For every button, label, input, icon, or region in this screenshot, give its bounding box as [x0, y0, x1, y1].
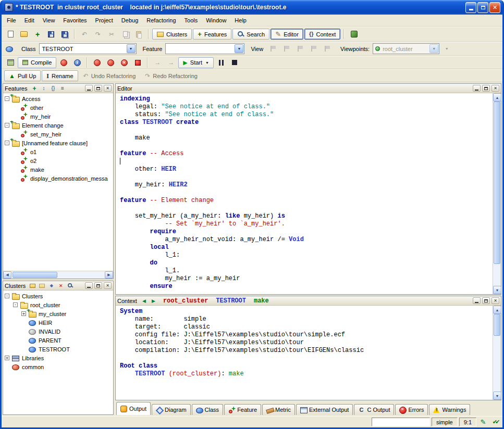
cluster-tree-item[interactable]: HEIR — [3, 318, 113, 327]
feature-tree-item[interactable]: o2 — [3, 156, 113, 165]
cluster-tree-item[interactable]: INVALID — [3, 327, 113, 336]
tree-expander[interactable]: + — [5, 356, 9, 360]
save-button[interactable] — [45, 29, 57, 40]
scroll-down-arrow[interactable]: ▼ — [493, 392, 501, 400]
feature-tree-item[interactable]: -+Access — [3, 94, 113, 103]
view-contract-button[interactable] — [307, 43, 319, 55]
scroll-down-arrow[interactable]: ▼ — [493, 286, 501, 294]
context-output[interactable]: System name: simple target: classic conf… — [116, 306, 493, 400]
cut-button[interactable]: ✂ — [105, 29, 118, 40]
tree-expander[interactable]: - — [13, 302, 18, 307]
clusters-panel-titlebar[interactable]: Clusters ◆ ✕ ✕ — [3, 281, 113, 291]
step-over-button[interactable]: → — [151, 57, 164, 68]
menu-item-file[interactable]: File — [3, 16, 20, 25]
class-combobox-value[interactable]: TESTROOT — [40, 46, 126, 52]
rename-button[interactable]: I Rename — [42, 70, 78, 81]
tab-class[interactable]: Class — [192, 404, 224, 415]
signature-icon[interactable]: {} — [49, 85, 57, 92]
scroll-track[interactable] — [11, 271, 105, 279]
viewpoints-combobox-value[interactable]: root_cluster — [380, 46, 429, 52]
menu-item-view[interactable]: View — [39, 16, 59, 25]
new-item-button[interactable]: + — [31, 29, 44, 40]
breadcrumb-item[interactable]: root_cluster — [163, 297, 208, 305]
scroll-thumb[interactable] — [494, 102, 500, 264]
editor-maximize-button[interactable] — [482, 85, 490, 92]
tab-diagram[interactable]: Diagram — [152, 404, 191, 415]
redo-refactoring-button[interactable]: ↷ Redo Refactoring — [141, 70, 202, 81]
new-window-button[interactable] — [4, 29, 17, 40]
feature-tree-item[interactable]: make — [3, 165, 113, 174]
tab-errors[interactable]: Errors — [395, 404, 428, 415]
expand-all-icon[interactable]: ◆ — [47, 282, 55, 289]
search-cluster-icon[interactable] — [66, 282, 74, 289]
copy-button[interactable] — [119, 29, 131, 40]
editor-panel-titlebar[interactable]: Editor ✕ — [116, 84, 501, 93]
sort-features-icon[interactable]: ↕ — [40, 85, 47, 92]
cluster-tree-item[interactable]: PARENT — [3, 336, 113, 345]
tab-output[interactable]: Output — [116, 402, 151, 415]
tab-warnings[interactable]: Warnings — [429, 404, 470, 415]
feature-tree-item[interactable]: my_heir — [3, 112, 113, 121]
start-button[interactable]: ▶ Start ▼ — [178, 57, 214, 68]
features-horizontal-scrollbar[interactable]: ◀ ▶ — [3, 271, 113, 279]
scroll-thumb[interactable] — [494, 314, 500, 336]
tab-c-output[interactable]: C Output — [354, 404, 394, 415]
cluster-tree-item[interactable]: ++my_cluster — [3, 309, 113, 318]
status-input-field[interactable] — [372, 418, 430, 426]
compile-ok-status-icon[interactable]: ✔✔ — [490, 418, 500, 427]
add-library-icon[interactable] — [38, 282, 46, 289]
close-button[interactable]: ✕ — [489, 2, 500, 13]
stop-points-button[interactable] — [131, 57, 144, 68]
features-minimize-button[interactable] — [85, 85, 93, 92]
redo-button[interactable]: ↷ — [92, 29, 104, 40]
features-maximize-button[interactable] — [94, 85, 102, 92]
cluster-tree-item[interactable]: common — [3, 362, 113, 371]
remove-breakpoints-button[interactable]: ✕ — [118, 57, 130, 68]
open-file-button[interactable] — [18, 29, 30, 40]
editor-vertical-scrollbar[interactable]: ▲ ▼ — [493, 93, 501, 294]
cluster-tree-item[interactable]: -Clusters — [3, 292, 113, 300]
clusters-close-button[interactable]: ✕ — [104, 282, 112, 289]
menu-item-edit[interactable]: Edit — [20, 16, 39, 25]
add-cluster-icon[interactable] — [29, 282, 36, 289]
search-tool-button[interactable]: Search — [232, 29, 269, 40]
enable-breakpoints-button[interactable] — [91, 57, 103, 68]
undo-button[interactable]: ↶ — [78, 29, 91, 40]
tab-external-output[interactable]: External Output — [296, 404, 353, 415]
feature-tree-item[interactable]: display_demonstration_messa — [3, 174, 113, 183]
view-clickable-button[interactable] — [280, 43, 292, 55]
view-flat-button[interactable] — [293, 43, 306, 55]
menu-item-debug[interactable]: Debug — [117, 16, 142, 25]
flat-list-icon[interactable]: ≡ — [58, 85, 66, 92]
tab-feature[interactable]: Feature — [224, 404, 261, 415]
scroll-track[interactable] — [493, 314, 501, 392]
cluster-tree-item[interactable]: -root_cluster — [3, 300, 113, 309]
start-dropdown-icon[interactable]: ▼ — [205, 61, 209, 65]
feature-tree-item[interactable]: o1 — [3, 147, 113, 156]
tab-metric[interactable]: Metric — [262, 404, 295, 415]
features-tool-button[interactable]: + Features — [193, 29, 231, 40]
view-interface-button[interactable] — [321, 43, 333, 55]
viewpoints-extra-button[interactable]: ▼ — [440, 43, 453, 55]
menu-item-window[interactable]: Window — [202, 16, 230, 25]
clusters-maximize-button[interactable] — [94, 282, 102, 289]
breadcrumb-item[interactable]: make — [254, 297, 269, 305]
context-vertical-scrollbar[interactable]: ▲ ▼ — [493, 306, 501, 400]
clusters-minimize-button[interactable] — [85, 282, 93, 289]
undo-refactoring-button[interactable]: ↶ Undo Refactoring — [79, 70, 140, 81]
menu-item-refactoring[interactable]: Refactoring — [142, 16, 180, 25]
context-panel-titlebar[interactable]: Context ◀ ▶ root_clusterTESTROOTmake ✕ — [116, 296, 501, 306]
menu-item-help[interactable]: Help — [230, 16, 251, 25]
compile-button[interactable]: Compile — [18, 57, 56, 68]
freeze-button[interactable] — [57, 57, 70, 68]
breadcrumb-item[interactable]: TESTROOT — [216, 297, 246, 305]
editor-minimize-button[interactable] — [473, 85, 481, 92]
title-bar[interactable]: * TESTROOT in cluster root_cluster locat… — [2, 0, 502, 15]
class-combobox-arrow[interactable]: ▼ — [127, 44, 136, 53]
melt-button[interactable] — [4, 57, 17, 68]
cluster-tree-item[interactable]: TESTROOT — [3, 345, 113, 354]
editor-close-button[interactable]: ✕ — [491, 85, 499, 92]
paste-button[interactable] — [132, 29, 145, 40]
pull-up-button[interactable]: ▲ Pull Up — [4, 70, 41, 81]
remove-cluster-icon[interactable]: ✕ — [57, 282, 65, 289]
